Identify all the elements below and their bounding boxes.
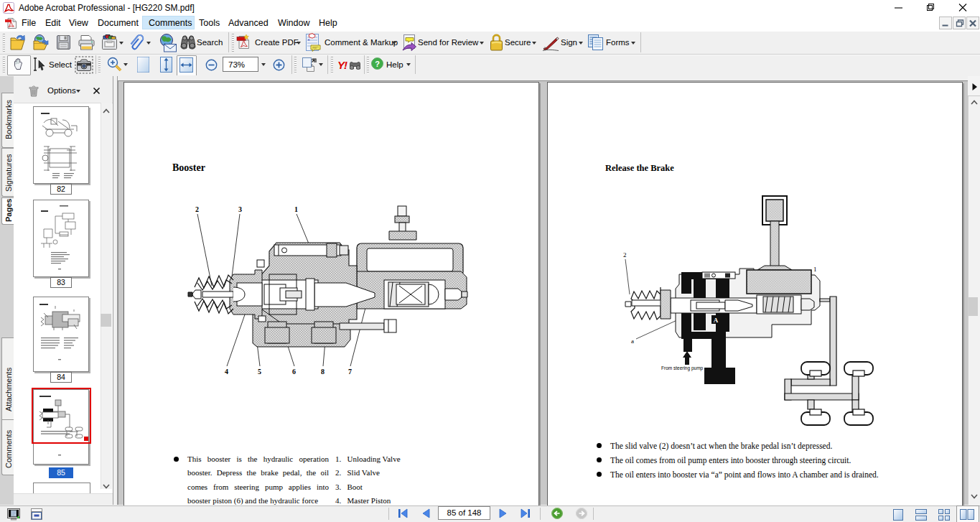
svg-text:1: 1 <box>813 266 817 273</box>
svg-text:2: 2 <box>195 205 199 213</box>
svg-text:3: 3 <box>238 205 242 213</box>
svg-text:1: 1 <box>294 205 298 213</box>
svg-text:?: ? <box>375 60 380 68</box>
svg-text:5: 5 <box>258 368 261 376</box>
svg-text:2: 2 <box>623 251 627 258</box>
svg-text:7: 7 <box>348 368 352 376</box>
svg-text:A: A <box>714 317 719 324</box>
svg-text:From steering pump: From steering pump <box>661 365 704 371</box>
svg-text:4: 4 <box>225 368 228 376</box>
svg-text:a: a <box>631 337 634 345</box>
svg-text:8: 8 <box>321 368 325 376</box>
svg-text:6: 6 <box>292 368 296 376</box>
